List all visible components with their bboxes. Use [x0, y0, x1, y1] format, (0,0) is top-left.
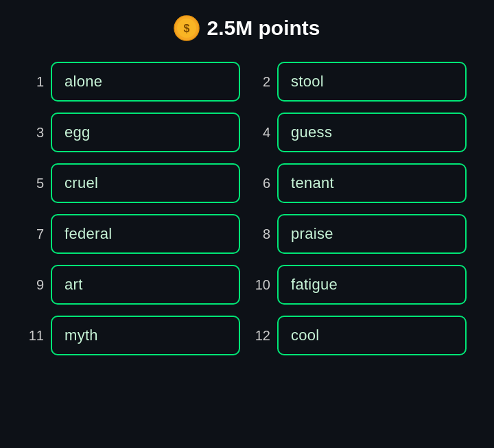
word-item: 11 myth [27, 316, 240, 355]
word-item: 9 art [27, 265, 240, 305]
word-label: federal [64, 225, 112, 242]
word-box[interactable]: art [51, 265, 240, 305]
word-number: 8 [254, 226, 270, 242]
word-number: 2 [254, 74, 270, 90]
word-box[interactable]: cruel [51, 163, 240, 203]
svg-text:$: $ [184, 23, 190, 34]
word-label: fatigue [291, 276, 338, 293]
word-box[interactable]: guess [277, 113, 467, 152]
word-number: 12 [254, 328, 270, 344]
word-item: 7 federal [27, 214, 240, 254]
word-label: art [64, 276, 83, 293]
word-label: myth [64, 327, 98, 344]
word-label: guess [291, 123, 332, 141]
word-number: 3 [27, 125, 44, 141]
word-label: alone [64, 73, 102, 90]
word-item: 1 alone [27, 62, 240, 102]
word-label: tenant [291, 174, 334, 191]
word-label: cool [291, 327, 320, 344]
word-box[interactable]: tenant [277, 163, 467, 203]
word-item: 2 stool [254, 62, 467, 102]
word-item: 10 fatigue [254, 265, 467, 305]
word-box[interactable]: stool [277, 62, 467, 102]
word-item: 6 tenant [254, 163, 467, 203]
word-box[interactable]: egg [51, 113, 240, 152]
word-number: 4 [254, 125, 270, 141]
word-label: praise [291, 225, 333, 242]
word-number: 6 [254, 176, 270, 191]
word-item: 8 praise [254, 214, 467, 254]
word-item: 3 egg [27, 113, 240, 152]
word-label: stool [291, 73, 324, 90]
word-box[interactable]: myth [51, 316, 240, 355]
coin-icon: $ [174, 15, 200, 41]
word-box[interactable]: alone [51, 62, 240, 102]
points-label: 2.5M points [207, 16, 320, 40]
word-box[interactable]: fatigue [277, 265, 467, 305]
word-item: 4 guess [254, 113, 467, 152]
word-number: 7 [27, 226, 44, 242]
word-grid: 1 alone 2 stool 3 egg 4 guess 5 cruel [21, 62, 473, 355]
word-number: 9 [27, 277, 44, 293]
word-item: 5 cruel [27, 163, 240, 203]
header: $ 2.5M points [174, 15, 320, 41]
word-item: 12 cool [254, 316, 467, 355]
word-number: 11 [27, 328, 44, 344]
word-box[interactable]: cool [277, 316, 467, 355]
word-label: cruel [64, 174, 98, 191]
word-number: 5 [27, 176, 44, 191]
word-box[interactable]: federal [51, 214, 240, 254]
word-box[interactable]: praise [277, 214, 467, 254]
word-number: 1 [27, 74, 44, 90]
word-number: 10 [254, 277, 270, 293]
word-label: egg [64, 123, 91, 141]
